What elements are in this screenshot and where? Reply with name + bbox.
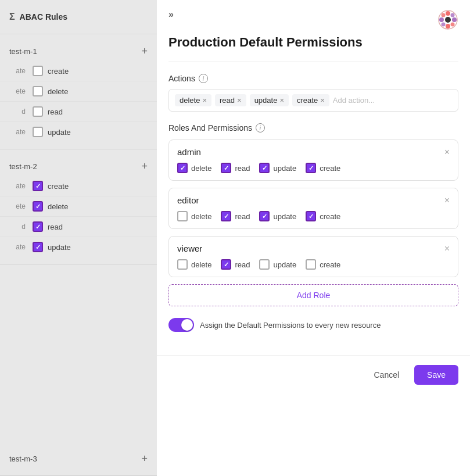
row-text: create	[48, 67, 69, 76]
perm-viewer-create: create	[306, 259, 340, 270]
row-text: update	[48, 243, 71, 252]
svg-point-2	[446, 11, 450, 16]
perm-viewer-read: read	[221, 259, 250, 270]
add-section-2-button[interactable]: +	[141, 161, 148, 171]
row-label: ete	[5, 202, 28, 210]
toggle-row: Assign the Default Permissions to every …	[168, 318, 458, 332]
sidebar-section-3: test-m-3 +	[0, 442, 157, 476]
action-tag-update: update ×	[250, 94, 289, 106]
bottom-bar: Cancel Save	[157, 355, 470, 394]
add-section-3-button[interactable]: +	[141, 453, 148, 464]
sidebar: Σ ABAC Rules test-m-1 + ate create ete d…	[0, 0, 157, 476]
checkbox-update-2[interactable]	[33, 242, 43, 252]
svg-point-8	[451, 13, 455, 17]
sigma-icon: Σ	[9, 12, 15, 22]
row-label: ate	[5, 67, 28, 75]
toggle-knob	[181, 319, 193, 331]
toggle-label: Assign the Default Permissions to every …	[200, 321, 381, 330]
list-item: ate create	[0, 61, 157, 81]
actions-label: Actions i	[168, 74, 458, 83]
remove-delete-button[interactable]: ×	[202, 96, 207, 104]
actions-info-icon[interactable]: i	[199, 74, 208, 83]
svg-point-6	[442, 13, 446, 17]
row-label: d	[5, 108, 28, 116]
row-label: ate	[5, 182, 28, 190]
section-rows-2: ate create ete delete d read ate update	[0, 176, 157, 257]
role-card-editor: editor × delete read update cre	[168, 188, 458, 229]
svg-point-3	[446, 24, 450, 28]
role-perms-viewer: delete read update create	[169, 259, 458, 277]
perm-viewer-delete: delete	[177, 259, 211, 270]
svg-point-9	[442, 23, 446, 27]
checkbox-admin-update[interactable]	[259, 163, 270, 173]
svg-point-4	[439, 17, 444, 22]
section-header-3: test-m-3 +	[0, 449, 157, 468]
perm-admin-create: create	[306, 163, 340, 173]
roles-section-label: Roles And Permissions i	[168, 123, 458, 133]
remove-create-button[interactable]: ×	[320, 96, 325, 104]
cancel-button[interactable]: Cancel	[365, 366, 407, 384]
checkbox-read-1[interactable]	[33, 106, 43, 117]
perm-editor-create: create	[306, 211, 340, 221]
logo-icon	[437, 9, 458, 30]
perm-editor-delete: delete	[177, 211, 211, 221]
add-section-1-button[interactable]: +	[141, 46, 148, 56]
list-item: ate update	[0, 237, 157, 257]
checkbox-editor-delete[interactable]	[177, 211, 188, 221]
section-name-3: test-m-3	[9, 454, 37, 463]
expand-button[interactable]: »	[168, 9, 174, 20]
checkbox-delete-2[interactable]	[33, 201, 43, 212]
close-viewer-button[interactable]: ×	[444, 244, 450, 253]
role-perms-editor: delete read update create	[169, 211, 458, 228]
remove-read-button[interactable]: ×	[237, 96, 242, 104]
svg-point-1	[445, 17, 451, 23]
section-header-1: test-m-1 +	[0, 41, 157, 61]
roles-info-icon[interactable]: i	[256, 123, 265, 133]
remove-update-button[interactable]: ×	[279, 96, 284, 104]
top-bar: »	[157, 0, 470, 30]
add-role-button[interactable]: Add Role	[168, 284, 458, 306]
checkbox-admin-delete[interactable]	[177, 163, 188, 173]
save-button[interactable]: Save	[414, 365, 458, 385]
checkbox-editor-update[interactable]	[259, 211, 270, 221]
row-text: read	[48, 223, 63, 231]
row-label: d	[5, 223, 28, 231]
toggle-switch[interactable]	[168, 318, 194, 332]
row-text: delete	[48, 87, 68, 96]
checkbox-create-2[interactable]	[33, 181, 43, 191]
sidebar-section-1: test-m-1 + ate create ete delete d read …	[0, 34, 157, 149]
checkbox-viewer-delete[interactable]	[177, 259, 188, 270]
row-text: read	[48, 108, 63, 116]
actions-box: delete × read × update × create × Add ac…	[168, 89, 458, 112]
checkbox-delete-1[interactable]	[33, 86, 43, 96]
svg-point-7	[451, 23, 455, 27]
role-name-editor: editor	[177, 195, 199, 205]
close-editor-button[interactable]: ×	[444, 196, 450, 205]
checkbox-viewer-create[interactable]	[306, 259, 316, 270]
sidebar-title: ABAC Rules	[20, 12, 67, 22]
checkbox-create-1[interactable]	[33, 66, 43, 76]
checkbox-read-2[interactable]	[33, 221, 43, 232]
close-admin-button[interactable]: ×	[444, 148, 450, 157]
checkbox-viewer-read[interactable]	[221, 259, 231, 270]
checkbox-admin-read[interactable]	[221, 163, 231, 173]
checkbox-editor-create[interactable]	[306, 211, 316, 221]
list-item: ate update	[0, 122, 157, 142]
section-rows-1: ate create ete delete d read ate update	[0, 61, 157, 142]
row-text: update	[48, 128, 71, 137]
role-header-viewer: viewer ×	[169, 237, 458, 259]
role-perms-admin: delete read update create	[169, 163, 458, 180]
perm-admin-delete: delete	[177, 163, 211, 173]
row-text: create	[48, 182, 69, 191]
checkbox-admin-create[interactable]	[306, 163, 316, 173]
panel-content: Production Default Permissions Actions i…	[157, 30, 470, 355]
role-card-viewer: viewer × delete read update cre	[168, 236, 458, 277]
section-name-2: test-m-2	[9, 162, 37, 171]
action-tag-delete: delete ×	[175, 94, 211, 106]
checkbox-update-1[interactable]	[33, 127, 43, 137]
sidebar-header: Σ ABAC Rules	[0, 0, 157, 34]
add-action-placeholder[interactable]: Add action...	[333, 96, 375, 105]
checkbox-viewer-update[interactable]	[259, 259, 270, 270]
checkbox-editor-read[interactable]	[221, 211, 231, 221]
list-item: ete delete	[0, 81, 157, 102]
